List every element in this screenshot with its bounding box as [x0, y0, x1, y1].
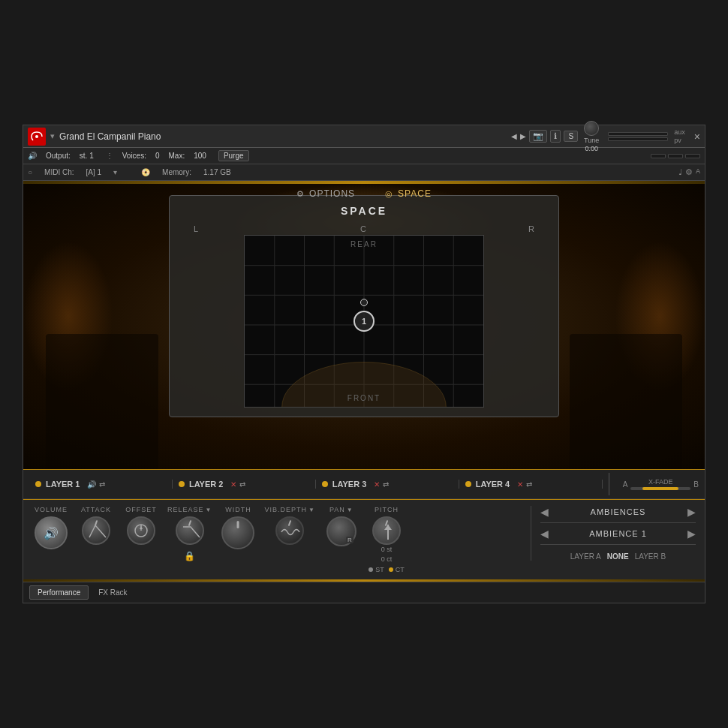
attack-label: ATTACK — [81, 506, 111, 513]
xfade-label: X-FADE — [648, 478, 673, 486]
layer-1-name: LAYER 1 — [46, 480, 80, 489]
level-meter-1 — [608, 132, 668, 136]
volume-knob[interactable]: 🔊 — [35, 516, 68, 549]
layer-4-name: LAYER 4 — [476, 480, 510, 489]
layer-3-controls: ✕ ⇄ — [374, 480, 389, 489]
space-icon: ◎ — [385, 189, 393, 199]
layer-2-controls: ✕ ⇄ — [230, 480, 245, 489]
layer-divider — [609, 473, 609, 495]
pan-knob[interactable]: R — [326, 516, 356, 546]
st-ct-row: ST CT — [369, 566, 405, 573]
layer-3-item: LAYER 3 ✕ ⇄ — [316, 480, 459, 489]
tune-section: Tune 0.00 — [584, 121, 599, 152]
layer-1-link-icon[interactable]: ⇄ — [99, 480, 105, 489]
controls-left: VOLUME 🔊 ATTACK OFFSET — [32, 506, 531, 573]
vibdepth-arrow[interactable]: ▼ — [308, 507, 315, 513]
header-left: ▾ Grand El Campanil Piano — [28, 128, 161, 146]
output-icon: 🔊 — [28, 152, 37, 160]
instrument-container: ▾ Grand El Campanil Piano ◀ ▶ 📷 ℹ S Tune… — [23, 125, 705, 603]
memory-label: Memory: — [162, 168, 191, 176]
release-arrow[interactable]: ▼ — [206, 507, 212, 513]
layer-row: LAYER 1 🔊 ⇄ LAYER 2 ✕ ⇄ LAYER 3 ✕ ⇄ — [23, 469, 705, 499]
pitch-values: 0 st 0 ct — [381, 545, 393, 564]
ambiences-next-button[interactable]: ▶ — [687, 506, 696, 518]
ambiences-prev-button[interactable]: ◀ — [540, 506, 549, 518]
tune-knob[interactable] — [584, 121, 599, 136]
nav-next-button[interactable]: ▶ — [520, 132, 526, 140]
layer-2-name: LAYER 2 — [189, 480, 223, 489]
ambiences-divider — [540, 522, 696, 523]
memory-icon: 📀 — [141, 168, 150, 176]
midi-icon: ○ — [28, 168, 32, 176]
svg-marker-18 — [384, 525, 392, 530]
close-button[interactable]: × — [694, 131, 700, 143]
layer-4-link-icon[interactable]: ⇄ — [526, 480, 532, 489]
layer-4-mute-icon[interactable]: ✕ — [517, 480, 523, 489]
st-item: ST — [369, 566, 384, 573]
s-button[interactable]: S — [564, 131, 578, 142]
ambience1-divider — [540, 544, 696, 545]
voices-info: ⋮ Voices: 0 Max: 100 — [106, 152, 206, 160]
layer-ab-row: LAYER A NONE LAYER B — [540, 552, 696, 561]
width-knob[interactable] — [221, 516, 254, 549]
header-logo — [28, 128, 46, 146]
max-label: Max: — [169, 152, 185, 160]
pan-arrow[interactable]: ▼ — [347, 507, 353, 513]
info-button[interactable]: ℹ — [550, 130, 561, 143]
label-c: C — [360, 224, 366, 233]
space-panel: SPACE L C R — [169, 195, 559, 417]
pv-label: pv — [674, 137, 685, 144]
purge-button[interactable]: Purge — [218, 150, 249, 161]
layer-1-dot — [35, 481, 41, 487]
offset-knob[interactable] — [127, 516, 155, 545]
space-grid[interactable]: REAR FRONT 1 — [244, 235, 484, 408]
ambience1-next-button[interactable]: ▶ — [687, 528, 696, 540]
tune-label: Tune — [584, 137, 599, 144]
instrument-name: Grand El Campanil Piano — [59, 131, 161, 142]
layer-2-link-icon[interactable]: ⇄ — [239, 480, 245, 489]
pitch-label: PITCH — [375, 506, 399, 513]
label-rear: REAR — [350, 240, 378, 248]
listener-marker[interactable]: 1 — [353, 311, 375, 332]
ambience1-prev-button[interactable]: ◀ — [540, 528, 549, 540]
release-lock-icon: 🔒 — [184, 551, 195, 561]
layer-3-dot — [322, 481, 328, 487]
level-meters — [608, 132, 668, 141]
layer-2-mute-icon[interactable]: ✕ — [230, 480, 236, 489]
vibdepth-control: VIB.DEPTH ▼ — [264, 506, 314, 545]
pan-control: PAN ▼ R — [323, 506, 360, 546]
source-marker — [360, 299, 368, 306]
pitch-knob[interactable] — [372, 516, 401, 545]
tab-options[interactable]: ⚙ OPTIONS — [281, 184, 370, 203]
layer-3-link-icon[interactable]: ⇄ — [383, 480, 389, 489]
offset-label: OFFSET — [125, 506, 157, 513]
xfade-slider[interactable] — [630, 487, 690, 490]
tab-space-label: SPACE — [398, 188, 432, 199]
svg-marker-16 — [140, 526, 143, 529]
nav-prev-button[interactable]: ◀ — [511, 132, 517, 140]
tab-performance[interactable]: Performance — [29, 585, 89, 600]
header-bar: ▾ Grand El Campanil Piano ◀ ▶ 📷 ℹ S Tune… — [23, 125, 705, 148]
tab-space[interactable]: ◎ SPACE — [370, 184, 447, 203]
width-label: WIDTH — [225, 506, 251, 513]
ambiences-row: ◀ AMBIENCES ▶ — [540, 506, 696, 518]
max-value: 100 — [194, 152, 206, 160]
layer-1-volume-icon[interactable]: 🔊 — [87, 480, 96, 489]
camera-button[interactable]: 📷 — [529, 130, 547, 143]
layer-b-label: LAYER B — [635, 552, 666, 561]
pan-r-indicator: R — [346, 537, 353, 543]
vibdepth-knob[interactable] — [275, 516, 304, 545]
attack-knob[interactable] — [82, 516, 110, 545]
layer-1-item: LAYER 1 🔊 ⇄ — [29, 480, 173, 489]
memory-value: 1.17 GB — [203, 168, 231, 176]
ct-label: CT — [396, 566, 405, 573]
space-title: SPACE — [179, 205, 549, 217]
dropdown-arrow[interactable]: ▾ — [50, 131, 55, 141]
midi-label: MIDI Ch: — [44, 168, 74, 176]
svg-point-0 — [35, 135, 38, 138]
xfade-control: X-FADE — [630, 478, 690, 490]
release-knob[interactable] — [176, 516, 204, 545]
tab-fx-rack[interactable]: FX Rack — [90, 585, 135, 600]
midi-dropdown[interactable]: ▾ — [113, 168, 117, 176]
layer-3-mute-icon[interactable]: ✕ — [374, 480, 380, 489]
